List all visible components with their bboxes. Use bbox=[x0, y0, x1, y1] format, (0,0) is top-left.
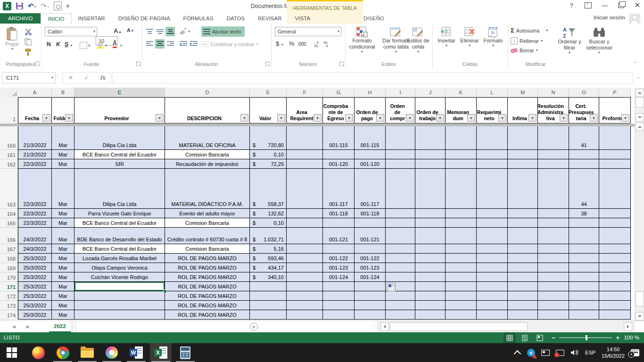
table-header-I[interactable]: Orden de compr▼ bbox=[386, 97, 415, 123]
number-format-select[interactable]: General▾ bbox=[275, 27, 341, 36]
filter-dropdown-A[interactable]: ▼ bbox=[42, 114, 50, 122]
cell-I166[interactable] bbox=[386, 228, 415, 244]
insert-options-button[interactable]: + bbox=[387, 283, 396, 291]
taskbar-firefox[interactable] bbox=[27, 343, 49, 362]
column-header-P[interactable]: P bbox=[599, 88, 631, 98]
cell-N170[interactable] bbox=[538, 272, 569, 282]
scroll-up-arrow[interactable] bbox=[636, 123, 644, 131]
cell-H162[interactable]: 001-120 bbox=[355, 159, 386, 169]
cell-I165[interactable] bbox=[386, 218, 415, 228]
cell-E167[interactable]: $5,16 bbox=[250, 244, 287, 254]
cell-F164[interactable] bbox=[287, 209, 323, 218]
tab-datos[interactable]: DATOS bbox=[220, 13, 251, 24]
cell-C174[interactable] bbox=[74, 310, 165, 320]
cell-K174[interactable] bbox=[446, 310, 477, 320]
cell-M171[interactable] bbox=[508, 282, 538, 291]
taskbar-calculator[interactable] bbox=[174, 343, 196, 362]
row-header-171[interactable]: 171 bbox=[0, 282, 18, 291]
align-top-icon[interactable] bbox=[145, 27, 154, 36]
clock[interactable]: 14:50 15/6/2022 bbox=[602, 346, 625, 359]
cell-B160[interactable]: Mar bbox=[52, 126, 74, 150]
cell-G170[interactable]: 001-124 bbox=[323, 272, 355, 282]
cell-M164[interactable] bbox=[508, 209, 538, 218]
cell-N173[interactable] bbox=[538, 301, 569, 310]
cell-L171[interactable] bbox=[477, 282, 508, 291]
comma-format-icon[interactable]: 000 bbox=[298, 41, 306, 47]
cell-K163[interactable] bbox=[446, 169, 477, 209]
currency-format-icon[interactable]: $ bbox=[276, 40, 279, 47]
table-header-D[interactable]: DESCRIPCION▼ bbox=[165, 97, 250, 123]
cell-G164[interactable]: 001-118 bbox=[323, 209, 355, 218]
scroll-right-arrow[interactable] bbox=[624, 322, 632, 331]
cell-L168[interactable] bbox=[477, 254, 508, 263]
cell-K162[interactable] bbox=[446, 159, 477, 169]
cell-H163[interactable]: 001-117 bbox=[355, 169, 386, 209]
cell-A173[interactable]: 25/3/2022 bbox=[18, 301, 52, 310]
cell-J168[interactable] bbox=[415, 254, 446, 263]
cell-B161[interactable]: Mar bbox=[52, 150, 74, 159]
font-color-icon[interactable]: A bbox=[113, 40, 117, 48]
merge-center-button[interactable]: Combinar y centrar▾ bbox=[201, 39, 258, 49]
row-header-166[interactable]: 166 bbox=[0, 228, 18, 244]
cell-F167[interactable] bbox=[287, 244, 323, 254]
sheet-tab-2022[interactable]: 2022 bbox=[49, 321, 71, 332]
row-header-169[interactable]: 169 bbox=[0, 263, 18, 272]
cell-J161[interactable] bbox=[415, 150, 446, 159]
taskbar-excel[interactable]: X bbox=[150, 343, 172, 362]
cell-L169[interactable] bbox=[477, 263, 508, 272]
cell-J162[interactable] bbox=[415, 159, 446, 169]
cell-F171[interactable] bbox=[287, 282, 323, 291]
align-center-icon[interactable] bbox=[155, 39, 165, 49]
help-button[interactable]: ? bbox=[567, 2, 576, 9]
expand-formula-bar-icon[interactable]: ⌄ bbox=[636, 74, 640, 79]
cell-A172[interactable]: 25/3/2022 bbox=[18, 291, 52, 301]
filter-dropdown-M[interactable]: ▼ bbox=[528, 114, 537, 122]
cell-A164[interactable]: 22/3/2022 bbox=[18, 209, 52, 218]
cell-C164[interactable]: Parra Vizuete Galo Enrique bbox=[74, 209, 165, 218]
cell-P167[interactable] bbox=[599, 244, 631, 254]
tab-archivo[interactable]: ARCHIVO bbox=[0, 13, 41, 24]
row-header-162[interactable]: 162 bbox=[0, 159, 18, 169]
cell-L166[interactable] bbox=[477, 228, 508, 244]
cell-J169[interactable] bbox=[415, 263, 446, 272]
cell-J164[interactable] bbox=[415, 209, 446, 218]
row-header-163[interactable]: 163 bbox=[0, 169, 18, 209]
ribbon-display-options-icon[interactable] bbox=[585, 2, 592, 8]
cell-F160[interactable] bbox=[287, 126, 323, 150]
antivirus-alert-icon[interactable]: e bbox=[527, 349, 535, 357]
cell-I163[interactable] bbox=[386, 169, 415, 209]
cell-L173[interactable] bbox=[477, 301, 508, 310]
cell-F161[interactable] bbox=[287, 150, 323, 159]
taskbar-word[interactable]: W bbox=[125, 343, 147, 362]
cell-E164[interactable]: $132,62 bbox=[250, 209, 287, 218]
cell-G163[interactable]: 001-117 bbox=[323, 169, 355, 209]
cell-G168[interactable]: 001-122 bbox=[323, 254, 355, 263]
cell-F165[interactable] bbox=[287, 218, 323, 228]
customize-qat-icon[interactable]: ▾ bbox=[66, 5, 69, 9]
formula-input[interactable] bbox=[112, 72, 633, 83]
cell-O160[interactable]: 41 bbox=[569, 126, 599, 150]
cell-G165[interactable] bbox=[323, 218, 355, 228]
cell-I170[interactable] bbox=[386, 272, 415, 282]
cell-O173[interactable] bbox=[569, 301, 599, 310]
cell-M167[interactable] bbox=[508, 244, 538, 254]
cell-D167[interactable]: Comision Bancaria bbox=[165, 244, 250, 254]
cell-D163[interactable]: MATERIAL DIDÁCTICO P.A.M. bbox=[165, 169, 250, 209]
cell-M168[interactable] bbox=[508, 254, 538, 263]
cell-M169[interactable] bbox=[508, 263, 538, 272]
orientation-dropdown[interactable]: ▾ bbox=[188, 30, 190, 33]
row-header-167[interactable]: 167 bbox=[0, 244, 18, 254]
filter-dropdown-F[interactable]: ▼ bbox=[314, 114, 322, 122]
cell-G169[interactable]: 001-123 bbox=[323, 263, 355, 272]
underline-dropdown[interactable]: ▾ bbox=[70, 44, 72, 48]
cell-B168[interactable]: Mar bbox=[52, 254, 74, 263]
cell-J171[interactable] bbox=[415, 282, 446, 291]
tab-dise-o-de-p-gina[interactable]: DISEÑO DE PÁGINA bbox=[112, 13, 177, 24]
wrap-text-button[interactable]: Ajustar texto bbox=[201, 26, 245, 37]
language-indicator[interactable]: ESP bbox=[585, 350, 595, 355]
cell-P170[interactable] bbox=[599, 272, 631, 282]
cell-A166[interactable]: 24/3/2022 bbox=[18, 228, 52, 244]
cell-E171[interactable] bbox=[250, 282, 287, 291]
cell-O171[interactable] bbox=[569, 282, 599, 291]
cell-A161[interactable]: 21/3/2022 bbox=[18, 150, 52, 159]
